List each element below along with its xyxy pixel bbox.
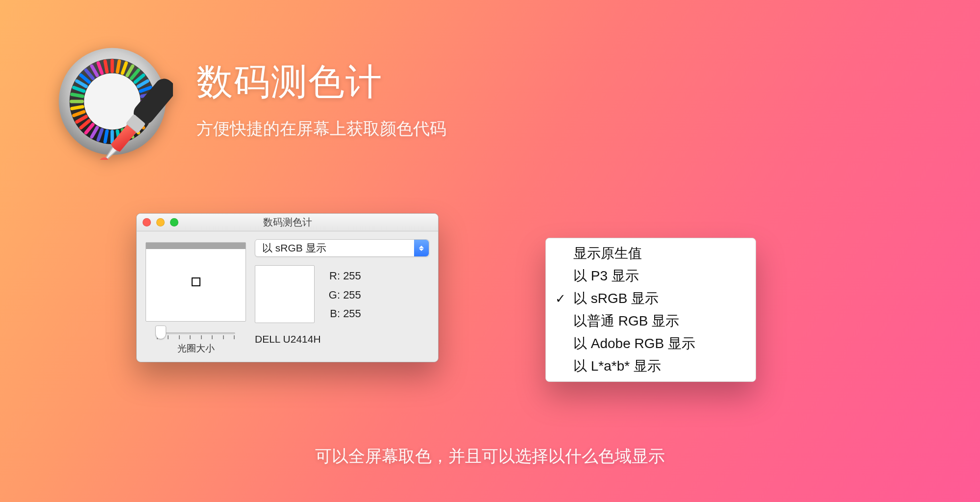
checkmark-icon: ✓ <box>555 291 566 306</box>
zoom-button[interactable] <box>170 218 178 226</box>
color-swatch <box>255 265 315 323</box>
aperture-slider-group: 光圈大小 <box>146 328 246 355</box>
menu-item-label: 以 L*a*b* 显示 <box>573 357 661 376</box>
menu-item-3[interactable]: ✓以普通 RGB 显示 <box>546 310 756 332</box>
menu-item-label: 以 sRGB 显示 <box>573 289 659 308</box>
hero-text: 数码测色计 方便快捷的在屏幕上获取颜色代码 <box>196 58 446 140</box>
preview-shade <box>146 243 245 249</box>
footer-caption: 可以全屏幕取色，并且可以选择以什么色域显示 <box>0 445 980 468</box>
hero-title: 数码测色计 <box>196 58 446 107</box>
svg-line-28 <box>72 107 82 109</box>
menu-item-0[interactable]: ✓显示原生值 <box>546 242 756 265</box>
left-column: 光圈大小 <box>146 239 246 355</box>
close-button[interactable] <box>143 218 151 226</box>
colorspace-dropdown[interactable]: 以 sRGB 显示 <box>255 239 429 257</box>
menu-item-1[interactable]: ✓以 P3 显示 <box>546 265 756 287</box>
g-value: 255 <box>343 289 361 301</box>
b-value: 255 <box>343 307 361 320</box>
svg-line-21 <box>105 131 107 142</box>
traffic-lights <box>143 218 178 226</box>
right-column: 以 sRGB 显示 R: 255 G: 255 B: 255 <box>255 239 429 355</box>
window-titlebar[interactable]: 数码测色计 <box>137 214 438 231</box>
r-row: R: 255 <box>326 267 361 286</box>
menu-item-label: 以 Adobe RGB 显示 <box>573 334 695 353</box>
menu-item-5[interactable]: ✓以 L*a*b* 显示 <box>546 355 756 377</box>
window-body: 光圈大小 以 sRGB 显示 R: 255 G: 255 <box>137 231 438 362</box>
r-label: R: <box>326 267 340 286</box>
b-row: B: 255 <box>326 304 361 324</box>
b-label: B: <box>326 304 340 324</box>
menu-item-label: 以 P3 显示 <box>573 267 639 285</box>
slider-thumb[interactable] <box>155 326 166 339</box>
chevron-updown-icon <box>414 240 429 256</box>
aperture-slider[interactable] <box>157 332 235 334</box>
window-title: 数码测色计 <box>263 216 312 229</box>
color-meter-window: 数码测色计 光圈大小 以 sRGB 显示 <box>136 213 439 362</box>
dropdown-value: 以 sRGB 显示 <box>262 241 326 255</box>
menu-item-4[interactable]: ✓以 Adobe RGB 显示 <box>546 332 756 355</box>
minimize-button[interactable] <box>156 218 165 226</box>
magnifier-preview <box>146 242 246 322</box>
app-icon <box>51 38 173 160</box>
display-name: DELL U2414H <box>255 333 429 345</box>
rgb-readout: R: 255 G: 255 B: 255 <box>326 267 361 324</box>
r-value: 255 <box>343 270 361 282</box>
svg-line-3 <box>118 61 120 72</box>
g-row: G: 255 <box>326 286 361 305</box>
slider-ticks <box>157 335 235 339</box>
hero-subtitle: 方便快捷的在屏幕上获取颜色代码 <box>196 118 446 140</box>
menu-item-2[interactable]: ✓以 sRGB 显示 <box>546 287 756 310</box>
svg-line-37 <box>105 61 107 72</box>
hero-section: 数码测色计 方便快捷的在屏幕上获取颜色代码 <box>51 38 446 160</box>
aperture-slider-label: 光圈大小 <box>177 342 215 355</box>
svg-line-30 <box>72 94 82 96</box>
aperture-indicator <box>192 277 200 286</box>
g-label: G: <box>326 286 340 305</box>
colorspace-menu: ✓显示原生值✓以 P3 显示✓以 sRGB 显示✓以普通 RGB 显示✓以 Ad… <box>545 238 756 382</box>
menu-item-label: 显示原生值 <box>573 244 642 263</box>
menu-item-label: 以普通 RGB 显示 <box>573 312 679 330</box>
swatch-row: R: 255 G: 255 B: 255 <box>255 265 429 324</box>
